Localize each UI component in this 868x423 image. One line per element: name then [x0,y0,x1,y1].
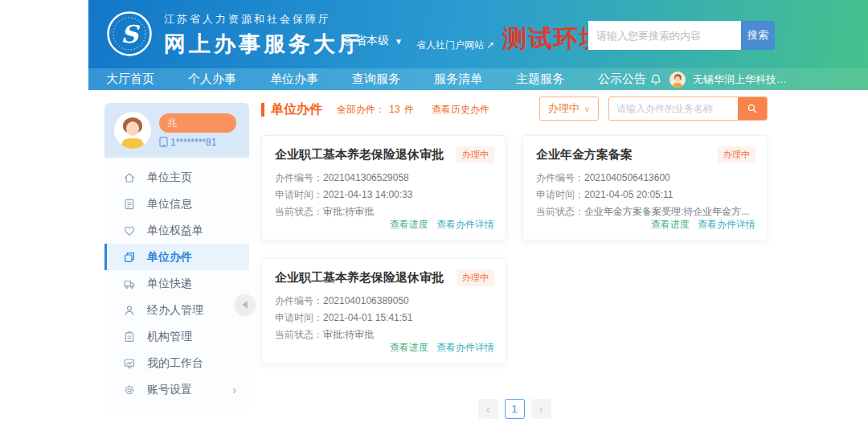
view-progress-link[interactable]: 查看进度 [390,219,428,230]
main-nav: 大厅首页 个人办事 单位办事 查询服务 服务清单 主题服务 公示公告 无锡华润上… [88,68,868,90]
case-search-input[interactable] [609,97,738,120]
case-card[interactable]: 企业职工基本养老保险退休审批 办理中 办件编号：2021041306529058… [261,135,506,240]
document-icon [123,198,136,211]
nav-item-query[interactable]: 查询服务 [352,72,400,87]
logged-in-company-name[interactable]: 无锡华润上华科技… [693,72,787,87]
sidebar-item-my-workbench[interactable]: 我的工作台 [104,350,249,376]
sidebar-item-unit-rights[interactable]: 单位权益单 [104,217,249,244]
case-number: 2021040106389050 [323,295,409,306]
nav-item-personal[interactable]: 个人办事 [188,72,236,87]
magnifier-icon [747,103,758,114]
case-number: 2021040506413600 [584,172,670,183]
section-title: 单位办件 [271,101,322,118]
nav-item-announcements[interactable]: 公示公告 [598,72,646,87]
panel-header: 单位办件 全部办件： 13 件 查看历史办件 办理中 ∨ [261,97,768,122]
pagination-prev-button[interactable]: ‹ [478,399,498,419]
case-search-button[interactable] [738,97,767,120]
location-label: 省本级 [355,34,389,47]
main-panel: 单位办件 全部办件： 13 件 查看历史办件 办理中 ∨ [261,97,768,419]
location-selector[interactable]: ◎ 省本级 ▼ [342,34,403,48]
location-pin-icon: ◎ [342,34,352,47]
current-status: 审批:待审批 [323,206,374,217]
home-icon [123,171,136,184]
sidebar: 兆 1********81 单位主页 单位信息 单位权益单 [104,103,249,414]
view-progress-link[interactable]: 查看进度 [651,219,690,230]
svg-text:S: S [121,20,140,48]
pagination-page-1[interactable]: 1 [505,399,525,419]
profile-card: 兆 1********81 [104,103,249,158]
phone-icon [159,137,168,147]
chevron-down-icon: ▼ [395,37,403,46]
nav-item-theme[interactable]: 主题服务 [516,72,564,87]
global-search-button[interactable]: 搜索 [741,21,775,50]
sidebar-item-agent-management[interactable]: 经办人管理 [104,297,249,323]
masked-name-pill: 兆 [159,113,236,133]
page: S 江苏省人力资源和社会保障厅 网上办事服务大厅 ◎ 省本级 ▼ 省人社门户网站… [0,0,868,423]
status-badge: 办理中 [718,146,755,163]
sidebar-item-account-settings[interactable]: 账号设置 › [104,376,249,403]
global-search: 搜索 [588,21,775,50]
sidebar-menu: 单位主页 单位信息 单位权益单 单位办件 单位快递 经办人管理 [104,158,249,414]
current-status: 审批:待审批 [323,329,374,340]
apply-time: 2021-04-05 20:05:11 [584,189,674,200]
global-search-input[interactable] [588,21,741,50]
sidebar-item-unit-home[interactable]: 单位主页 [104,164,249,191]
sidebar-item-unit-express[interactable]: 单位快递 [104,270,249,297]
case-card[interactable]: 企业职工基本养老保险退休审批 办理中 办件编号：2021040106389050… [261,258,506,363]
case-card[interactable]: 企业年金方案备案 办理中 办件编号：2021040506413600 申请时间：… [522,135,768,240]
nav-item-unit[interactable]: 单位办事 [270,72,318,87]
view-detail-link[interactable]: 查看办件详情 [698,219,755,230]
submenu-chevron-icon: › [232,384,236,396]
pagination: ‹ 1 › [261,399,768,419]
filter-controls: 办理中 ∨ [539,97,768,121]
sidebar-item-org-management[interactable]: 机构管理 [104,323,249,350]
sidebar-collapse-button[interactable] [235,294,256,315]
masked-phone: 1********81 [159,137,236,148]
truck-icon [123,277,136,290]
workbench-icon [123,357,136,370]
select-caret-icon: ∨ [584,105,590,113]
view-progress-link[interactable]: 查看进度 [390,342,428,353]
person-icon [123,304,136,317]
current-status: 企业年金方案备案受理:待企业年金方... [584,206,749,217]
portal-title: 网上办事服务大厅 [164,30,363,59]
status-filter-select[interactable]: 办理中 ∨ [539,97,599,121]
pagination-next-button[interactable]: › [531,399,551,419]
hr-bureau-logo-icon: S [106,10,153,57]
copy-icon [123,251,136,264]
notification-bell-icon[interactable] [649,73,662,86]
total-count-value: 13 [389,104,399,115]
total-count-label: 全部办件： 13 件 [337,103,414,117]
apply-time: 2021-04-01 15:41:51 [323,312,412,323]
portal-site-link[interactable]: 省人社门户网站 ↗ [416,39,494,52]
sidebar-item-unit-info[interactable]: 单位信息 [104,191,249,217]
external-link-icon: ↗ [486,39,494,51]
sidebar-item-unit-cases[interactable]: 单位办件 [104,244,249,270]
profile-avatar [114,112,151,149]
nav-item-home[interactable]: 大厅首页 [106,72,154,87]
gear-icon [123,384,136,396]
header-banner: S 江苏省人力资源和社会保障厅 网上办事服务大厅 ◎ 省本级 ▼ 省人社门户网站… [88,0,868,68]
nav-items: 大厅首页 个人办事 单位办事 查询服务 服务清单 主题服务 公示公告 [106,72,680,87]
status-badge: 办理中 [457,146,494,163]
case-number: 2021041306529058 [323,172,409,183]
case-card-list: 企业职工基本养老保险退休审批 办理中 办件编号：2021041306529058… [261,135,768,363]
apply-time: 2021-04-13 14:00:33 [323,189,412,200]
view-detail-link[interactable]: 查看办件详情 [436,342,494,353]
view-history-link[interactable]: 查看历史办件 [432,103,489,117]
brand-block: 江苏省人力资源和社会保障厅 网上办事服务大厅 [164,12,363,59]
title-accent-bar [261,103,264,117]
nav-item-service-list[interactable]: 服务清单 [434,72,482,87]
org-name: 江苏省人力资源和社会保障厅 [164,12,363,27]
nav-user-area: 无锡华润上华科技… [649,68,787,90]
status-badge: 办理中 [457,269,494,286]
user-avatar[interactable] [669,72,686,88]
clipboard-icon [123,331,136,343]
view-detail-link[interactable]: 查看办件详情 [436,219,494,230]
heart-icon [123,224,136,237]
